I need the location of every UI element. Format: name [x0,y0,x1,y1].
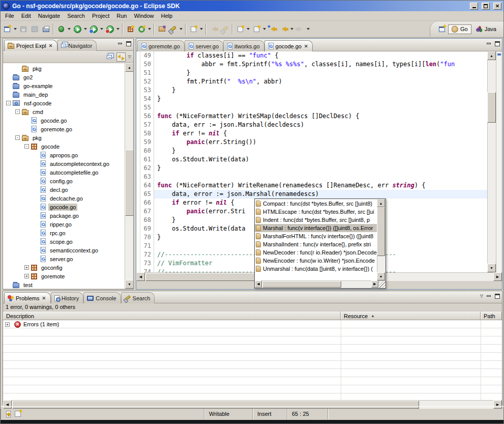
editor-vertical-scrollbar[interactable]: ▲ ▼ [487,51,496,272]
view-menu-button[interactable]: ▽ [128,54,131,59]
autocomplete-item[interactable]: Indent : func(dst *bytes.Buffer, src []u… [255,216,377,224]
open-perspective-button[interactable] [437,24,447,34]
popup-scroll-down-button[interactable]: ▼ [377,272,385,280]
tree-item-pkg[interactable]: -pkg [3,133,125,142]
overview-ruler[interactable] [496,51,502,272]
autocomplete-item[interactable]: MarshalIndent : func(v interface{}, pref… [255,240,377,248]
tab-close-icon[interactable]: ✕ [48,43,53,48]
previous-annotation-button[interactable] [251,23,262,35]
collapse-icon[interactable]: - [24,144,29,149]
menu-window[interactable]: Window [130,12,157,20]
tab-project-explorer[interactable]: Project Expl ✕ [4,40,57,51]
expand-icon[interactable]: + [24,265,29,270]
tree-item-go2[interactable]: go2 [3,73,125,81]
collapse-all-button[interactable] [105,52,114,62]
popup-scroll-right-button[interactable]: ▶ [371,280,378,288]
run-dropdown[interactable] [84,28,87,30]
minimize-button[interactable] [470,3,478,10]
tree-item-declcache.go[interactable]: Gdeclcache.go [3,194,125,203]
tree-item-semanticcontext.go[interactable]: Gsemanticcontext.go [3,246,125,255]
autocomplete-item[interactable]: NewEncoder : func(w io.Writer) *json.Enc… [255,257,377,265]
column-resource[interactable]: Resource▲ [341,312,481,320]
menu-file[interactable]: File [2,12,18,20]
tree-item-autocompletecontext.go[interactable]: Gautocompletecontext.go [3,159,125,168]
tree-scrollbar-thumb[interactable] [125,150,133,216]
go-refresh-dropdown[interactable] [148,28,151,30]
forward-button[interactable] [294,23,306,35]
editor-scroll-down-button[interactable]: ▼ [487,264,496,272]
scroll-up-button[interactable]: ▲ [125,63,133,72]
annotation-properties-icon[interactable] [15,411,21,417]
collapse-icon[interactable]: - [15,109,20,114]
editor-tab-gocode.go[interactable]: Ggocode.go✕ [264,40,313,51]
editor-tab-server.go[interactable]: Gserver.go [185,40,223,51]
run-history-button[interactable] [88,23,99,35]
go-refresh-button[interactable] [136,23,147,35]
view-maximize-button[interactable] [125,41,132,46]
new-wizard-button[interactable] [2,23,13,35]
profile-button[interactable] [104,23,115,35]
tree-item-config.go[interactable]: Gconfig.go [3,177,125,185]
menu-help[interactable]: Help [158,12,176,20]
autocomplete-item[interactable]: HTMLEscape : func(dst *bytes.Buffer, src… [255,208,377,216]
tree-item-gocode.go[interactable]: Ggocode.go [3,116,125,125]
popup-resize-grip[interactable] [379,281,386,288]
profile-dropdown[interactable] [116,28,120,30]
popup-scrollbar-thumb[interactable] [377,207,385,256]
autocomplete-item[interactable]: NewDecoder : func(r io.Reader) *json.Dec… [255,248,377,257]
expand-icon[interactable]: + [5,322,10,327]
problems-view-menu-button[interactable]: ▽ [480,294,483,298]
link-with-editor-button[interactable] [116,52,126,62]
tab-console[interactable]: Console [83,292,121,303]
tree-item-gocode[interactable]: -gocode [3,142,125,151]
menu-search[interactable]: Search [64,12,88,20]
back-button[interactable] [278,23,289,35]
tree-item-scope.go[interactable]: Gscope.go [3,237,125,246]
autocomplete-item[interactable]: Marshal : func(v interface{}) ([]uint8, … [255,224,377,232]
popup-hscrollbar-thumb[interactable] [262,281,341,288]
tree-item-goremote[interactable]: +goremote [3,272,125,280]
tree-item-go-example[interactable]: go-example [3,81,125,90]
run-button[interactable] [72,23,83,35]
tab-navigator[interactable]: Navigator [57,40,97,51]
editor-minimize-button[interactable] [485,41,492,46]
column-path[interactable]: Path [481,312,502,320]
run-history-dropdown[interactable] [100,28,103,30]
project-tree[interactable]: pkggo2go-examplemain_dep-Gnsf-gocode-cmd… [3,64,125,289]
print-button[interactable] [40,23,51,35]
autocomplete-list[interactable]: Compact : func(dst *bytes.Buffer, src []… [255,199,377,280]
save-button[interactable] [18,23,29,35]
back-dropdown[interactable] [290,28,293,30]
tab-problems[interactable]: Problems✕ [4,292,51,303]
undo-edit-button[interactable] [208,23,219,35]
collapse-icon[interactable]: - [6,101,11,105]
problems-minimize-button[interactable] [485,293,492,299]
tree-item-autocompletefile.go[interactable]: Gautocompletefile.go [3,168,125,177]
forward-dropdown[interactable] [307,28,310,30]
search-dropdown[interactable] [180,28,183,30]
tree-item-cmd[interactable]: -cmd [3,107,125,116]
overview-marker[interactable] [497,53,501,55]
autocomplete-item[interactable]: Unmarshal : func(data []uint8, v interfa… [255,265,377,273]
tree-scrollbar[interactable]: ▲ ▼ [125,63,133,289]
errors-group-row[interactable]: + ✕ Errors (1 item) [3,320,502,328]
collapse-icon[interactable]: - [15,135,20,140]
editor-scrollbar-thumb[interactable] [487,92,496,123]
tab-history[interactable]: History [51,292,83,303]
popup-horizontal-scrollbar[interactable]: ◀ ▶ [255,280,386,288]
scroll-down-button[interactable]: ▼ [125,280,133,289]
tree-item-rpc.go[interactable]: Grpc.go [3,229,125,237]
perspective-java[interactable]: J Java [473,25,499,34]
tab-close-icon[interactable]: ✕ [304,44,309,49]
popup-scrollbar[interactable]: ▲ ▼ [377,199,386,280]
new-wizard-dropdown[interactable] [14,28,17,30]
editor-maximize-button[interactable] [494,41,500,46]
save-all-button[interactable] [29,23,40,35]
tree-item-gocode.go[interactable]: Ggocode.go [3,203,125,211]
maximize-button[interactable] [482,3,490,10]
autocomplete-item[interactable]: Compact : func(dst *bytes.Buffer, src []… [255,200,377,208]
tree-item-main_dep[interactable]: main_dep [3,90,125,99]
annotation-button[interactable] [188,23,199,35]
annotation-ruler[interactable] [136,51,140,272]
last-edit-location-button[interactable] [267,23,278,35]
